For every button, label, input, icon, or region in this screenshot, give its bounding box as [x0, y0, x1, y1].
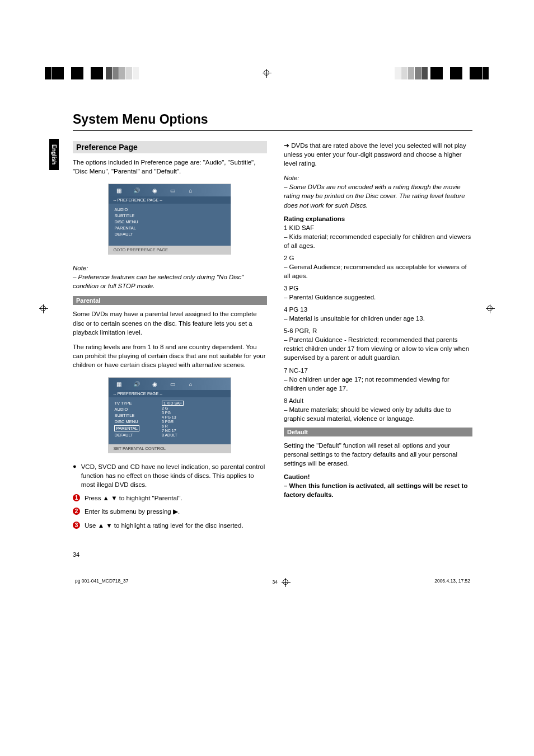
rating-label: 4 PG 13 — [284, 306, 472, 313]
ratings-heading: Rating explanations — [284, 215, 472, 222]
footer-left: pg 001-041_MCD718_37 — [75, 578, 128, 587]
footer-right: 2006.4.13, 17:52 — [434, 578, 470, 587]
menu-item: DISC MENU — [114, 419, 139, 424]
screenshot-preference-page: ▦ 🔊 ◉ ▭ ⌂ -- PREFERENCE PAGE -- AUDIO SU… — [108, 184, 231, 255]
menu-icon-preference: ⌂ — [186, 381, 195, 387]
crosshair-mid-left — [39, 304, 48, 313]
bullet-icon: ● — [73, 462, 77, 489]
submenu-item: 8 ADULT — [162, 433, 184, 437]
menu-icon-general: ▦ — [114, 187, 123, 194]
note-label: Note: — [73, 265, 88, 271]
arrow-note: ➜ DVDs that are rated above the level yo… — [284, 141, 472, 168]
rating-label: 3 PG — [284, 285, 472, 292]
section-title: Preference Page — [76, 143, 264, 152]
menu-item: DEFAULT — [114, 232, 138, 237]
screenshot1-subtitle: -- PREFERENCE PAGE -- — [109, 196, 231, 204]
subbar-parental: Parental — [73, 296, 267, 305]
menu-item: DISC MENU — [114, 219, 138, 224]
rating-desc: – Parental Guidance suggested. — [284, 293, 472, 302]
menu-icon-audio: 🔊 — [132, 381, 141, 387]
caution-heading: Caution! — [284, 473, 472, 480]
rating-label: 2 G — [284, 255, 472, 261]
title-underline — [73, 130, 472, 131]
bullet-text-vcd: VCD, SVCD and CD have no level indicatio… — [81, 462, 267, 489]
rating-desc: – General Audience; recommended as accep… — [284, 262, 472, 280]
svg-text:1: 1 — [75, 495, 78, 501]
rating-desc: – No children under age 17; not recommen… — [284, 375, 472, 393]
note-2: Note: – Some DVDs are not encoded with a… — [284, 173, 472, 209]
step-3-text: Use ▲ ▼ to highlight a rating level for … — [85, 521, 243, 530]
step-3-icon: 3 — [73, 522, 80, 529]
language-tab: English — [49, 139, 59, 170]
page-number: 34 — [73, 551, 472, 558]
menu-icon-audio: 🔊 — [132, 187, 141, 194]
menu-icon-dolby: ▭ — [168, 381, 177, 387]
svg-text:2: 2 — [75, 508, 78, 514]
screenshot2-footer: SET PARENTAL CONTROL — [109, 444, 231, 453]
submenu-item: 2 G — [162, 406, 184, 410]
subbar-default: Default — [284, 428, 472, 436]
parental-para2: The rating levels are from 1 to 8 and ar… — [73, 342, 267, 369]
rating-label: 7 NC-17 — [284, 367, 472, 374]
crosshair-mid-right — [486, 304, 495, 313]
screenshot-parental: ▦ 🔊 ◉ ▭ ⌂ -- PREFERENCE PAGE -- TV TYPE … — [108, 377, 231, 453]
step-2-text: Enter its submenu by pressing ▶. — [85, 507, 180, 516]
parental-para1: Some DVDs may have a parental level assi… — [73, 309, 267, 336]
submenu-item-selected: 1 KID SAF — [162, 401, 184, 406]
menu-item: PARENTAL — [114, 226, 138, 231]
menu-icon-dolby: ▭ — [168, 187, 177, 194]
menu-icon-general: ▦ — [114, 381, 123, 387]
menu-icon-video: ◉ — [150, 381, 159, 387]
menu-item: SUBTITLE — [114, 213, 138, 218]
caution-text: – When this function is activated, all s… — [284, 481, 472, 499]
reg-block-right — [395, 67, 489, 79]
rating-desc: – Mature materials; should be viewed onl… — [284, 405, 472, 423]
menu-item: TV TYPE — [114, 401, 139, 406]
footer-center: 34 — [273, 578, 291, 587]
svg-text:3: 3 — [75, 522, 78, 528]
submenu-item: 6 R — [162, 424, 184, 428]
default-text: Setting the "Default" function will rese… — [284, 441, 472, 468]
note-1: Note: – Preference features can be selec… — [73, 264, 267, 290]
screenshot2-subtitle: -- PREFERENCE PAGE -- — [109, 390, 231, 397]
note-body: – Some DVDs are not encoded with a ratin… — [284, 184, 465, 208]
screenshot1-footer: GOTO PREFERENCE PAGE — [109, 246, 231, 254]
rating-desc: – Kids material; recommended especially … — [284, 232, 472, 250]
step-1-icon: 1 — [73, 494, 80, 501]
note-label: Note: — [284, 175, 299, 181]
intro-text: The options included in Preference page … — [73, 158, 267, 176]
menu-item: DEFAULT — [114, 433, 139, 438]
section-bar-preference: Preference Page — [73, 141, 267, 153]
submenu-item: 7 NC 17 — [162, 429, 184, 433]
menu-item-selected: PARENTAL — [114, 425, 139, 431]
menu-item: AUDIO — [114, 407, 139, 412]
menu-icon-preference: ⌂ — [186, 187, 195, 194]
rating-label: 8 Adult — [284, 397, 472, 404]
note-body: – Preference features can be selected on… — [73, 274, 243, 289]
rating-label: 5-6 PGR, R — [284, 327, 472, 334]
reg-block-left — [45, 67, 139, 79]
step-1-text: Press ▲ ▼ to highlight "Parental". — [85, 494, 182, 503]
menu-item: SUBTITLE — [114, 413, 139, 418]
crosshair-top — [263, 69, 271, 78]
registration-marks-top — [0, 67, 534, 79]
menu-icon-video: ◉ — [150, 187, 159, 194]
rating-label: 1 KID SAF — [284, 224, 472, 231]
menu-item: AUDIO — [114, 207, 138, 212]
step-2-icon: 2 — [73, 508, 80, 515]
rating-desc: – Material is unsuitable for children un… — [284, 314, 472, 323]
rating-desc: – Parental Guidance - Restricted; recomm… — [284, 335, 472, 362]
submenu-item: 3 PG — [162, 411, 184, 415]
submenu-item: 4 PG 13 — [162, 415, 184, 419]
footer: pg 001-041_MCD718_37 34 2006.4.13, 17:52 — [73, 578, 472, 587]
submenu-item: 5 PGR — [162, 420, 184, 424]
page-title: System Menu Options — [73, 112, 472, 127]
